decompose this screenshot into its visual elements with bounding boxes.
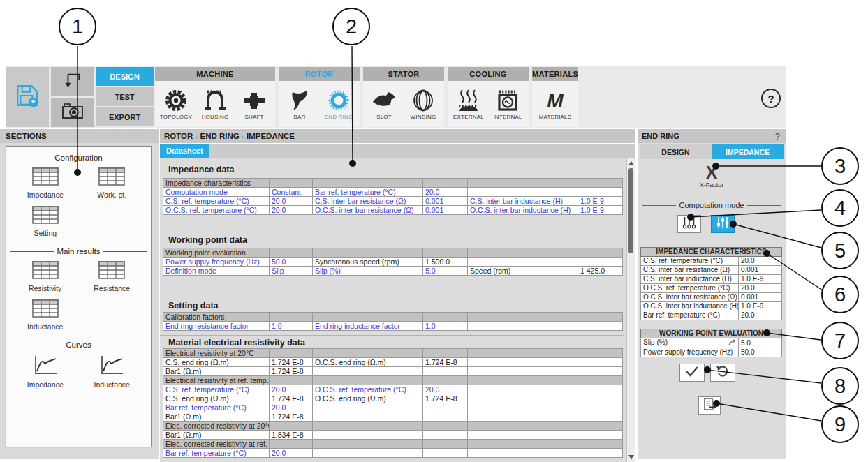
param-value-cell[interactable]: 1.0 E-9 <box>739 302 782 311</box>
param-value-cell[interactable]: Constant <box>270 188 313 197</box>
load-button[interactable] <box>51 67 94 96</box>
param-label-cell[interactable]: Definition mode <box>163 267 270 276</box>
param-label-cell[interactable]: Bar ref. temperature (°C) <box>163 449 270 458</box>
tab-panel-impedance[interactable]: IMPEDANCE <box>712 144 784 159</box>
sidebar-item-impedance[interactable]: Impedance <box>12 355 79 389</box>
toolbar-item-topology[interactable]: TOPOLOGY <box>156 88 196 120</box>
computation-mode-manual-button[interactable] <box>677 215 701 233</box>
sidebar-item-label: Resistivity <box>29 284 61 292</box>
param-value-cell[interactable]: 20.0 <box>739 311 782 320</box>
param-value-cell[interactable]: 1.0 E-9 <box>578 206 623 215</box>
param-label-cell[interactable]: O.C.S. inter bar resistance (Ω) <box>313 206 423 215</box>
param-label-cell[interactable]: C.S. inter bar resistance (Ω) <box>313 197 423 206</box>
panel-help-button[interactable]: ? <box>775 131 780 142</box>
toolbar-item-slot[interactable]: SLOT <box>365 88 404 120</box>
param-value-cell[interactable]: Slip <box>270 267 313 276</box>
param-value-cell[interactable]: 20.0 <box>270 449 313 458</box>
apply-button[interactable] <box>679 364 705 382</box>
sidebar-item-impedance[interactable]: Impedance <box>12 167 79 199</box>
param-value-cell[interactable]: 1.0 E-9 <box>578 197 623 206</box>
param-label-cell[interactable]: O.C.S. ref. temperature (°C) <box>163 206 270 215</box>
table-row: O.C.S. ref. temperature (°C)20.0O.C.S. i… <box>163 206 623 215</box>
callout-5: 5 <box>821 232 859 269</box>
tab-panel-design[interactable]: DESIGN <box>640 144 712 159</box>
toolbar-item-end-ring[interactable]: END RING <box>319 88 358 120</box>
param-value-cell[interactable]: 20.0 <box>270 385 313 394</box>
param-value-cell[interactable]: 20.0 <box>270 206 313 215</box>
param-value-cell[interactable]: 1.0 <box>270 322 313 331</box>
param-value-cell[interactable]: 1.0 <box>423 322 468 331</box>
internal-icon <box>496 88 520 113</box>
param-label-cell: O.C.S. ref. temperature (°C) <box>641 284 739 293</box>
toolbar-item-label: SLOT <box>376 114 392 120</box>
param-label-cell[interactable]: O.C.S. inter bar inductance (H) <box>468 206 578 215</box>
param-label-cell[interactable]: Bar ref. temperature (°C) <box>163 403 270 412</box>
bar-icon <box>290 88 309 113</box>
screenshot-button[interactable] <box>51 98 94 127</box>
param-value-cell[interactable]: 50.0 <box>739 348 782 357</box>
param-value-cell[interactable]: 20.0 <box>739 257 782 266</box>
save-button[interactable]: * <box>6 67 49 127</box>
param-value-cell[interactable]: 0.001 <box>423 206 468 215</box>
param-label-cell[interactable]: Power supply frequency (Hz) <box>163 258 270 267</box>
tab-export[interactable]: EXPORT <box>96 107 154 126</box>
toolbar-item-external[interactable]: EXTERNAL <box>449 88 488 120</box>
param-label-cell[interactable]: C.S. ref. temperature (°C) <box>163 385 270 394</box>
param-label-cell[interactable]: C.S. ref. temperature (°C) <box>163 197 270 206</box>
computation-mode-auto-button[interactable] <box>711 215 735 233</box>
param-value-cell[interactable]: 50.0 <box>270 258 313 267</box>
param-value-cell[interactable]: 0.001 <box>739 266 782 275</box>
param-value-cell[interactable]: 20.0 <box>270 403 313 412</box>
param-value-cell[interactable]: 20.0 <box>270 197 313 206</box>
param-label-cell[interactable]: Slip (%) <box>313 267 423 276</box>
param-value-cell <box>423 403 468 412</box>
toolbar-item-bar[interactable]: BAR <box>280 88 319 120</box>
toolbar-item-housing[interactable]: HOUSING <box>196 88 235 120</box>
param-value-cell[interactable]: 20.0 <box>423 385 468 394</box>
param-value-cell[interactable]: 20.0 <box>423 188 468 197</box>
sidebar-item-resistance[interactable]: Resistance <box>79 261 146 292</box>
tab-design[interactable]: DESIGN <box>96 67 154 86</box>
sidebar-item-inductance[interactable]: Inductance <box>12 299 79 331</box>
param-label-cell[interactable]: End ring resistance factor <box>163 322 270 331</box>
section-heading: Setting data <box>168 301 219 311</box>
param-label-cell[interactable]: End ring inductance factor <box>313 322 423 331</box>
param-label-cell[interactable]: O.C.S. ref. temperature (°C) <box>313 385 423 394</box>
x-factor-indicator[interactable]: X X-Factor <box>638 164 786 188</box>
param-label-cell[interactable]: Bar ref. temperature (°C) <box>313 188 423 197</box>
sidebar-item-inductance[interactable]: Inductance <box>79 355 146 389</box>
vertical-scrollbar[interactable] <box>626 158 635 462</box>
table-row: Power supply frequency (Hz)50.0 <box>641 348 782 357</box>
table-row: Bar ref. temperature (°C)20.0 <box>163 403 623 412</box>
toolbar-item-internal[interactable]: INTERNAL <box>488 88 527 120</box>
toolbar-item-materials[interactable]: MMATERIALS <box>536 88 575 120</box>
param-label-cell <box>468 322 578 331</box>
scroll-up-arrow[interactable] <box>628 161 634 165</box>
param-value-cell[interactable]: 1.0 E-9 <box>739 275 782 284</box>
sliders-manual-icon <box>682 216 697 232</box>
help-button[interactable]: ? <box>761 89 781 108</box>
tab-datasheet[interactable]: Datasheet <box>160 144 209 158</box>
param-label-cell[interactable]: Computation mode <box>163 188 270 197</box>
param-label-cell <box>313 449 423 458</box>
param-label-cell <box>313 367 423 376</box>
param-value-cell[interactable]: 0.001 <box>739 293 782 302</box>
toolbar-item-shaft[interactable]: SHAFT <box>235 88 274 120</box>
scrollbar-thumb[interactable] <box>628 168 633 253</box>
reset-button[interactable] <box>710 364 735 382</box>
sidebar-item-work-pt-[interactable]: Work. pt. <box>79 167 146 199</box>
tab-test[interactable]: TEST <box>96 87 154 106</box>
param-label-cell[interactable]: C.S. inter bar inductance (H) <box>468 197 578 206</box>
param-value-cell[interactable]: 0.001 <box>423 197 468 206</box>
param-value-cell[interactable]: 5.0 <box>739 338 782 348</box>
param-label-cell: O.C.S. end ring (Ω.m) <box>313 394 423 403</box>
sidebar-item-setting[interactable]: Setting <box>12 206 79 237</box>
param-label-cell <box>313 403 423 412</box>
section-divider <box>160 228 624 228</box>
export-report-button[interactable] <box>698 396 721 415</box>
param-value-cell[interactable]: 20.0 <box>739 284 782 293</box>
sidebar-item-resistivity[interactable]: Resistivity <box>12 261 79 292</box>
scroll-down-arrow[interactable] <box>628 455 634 459</box>
param-value-cell[interactable]: 5.0 <box>423 267 468 276</box>
toolbar-item-winding[interactable]: WINDING <box>404 88 443 120</box>
